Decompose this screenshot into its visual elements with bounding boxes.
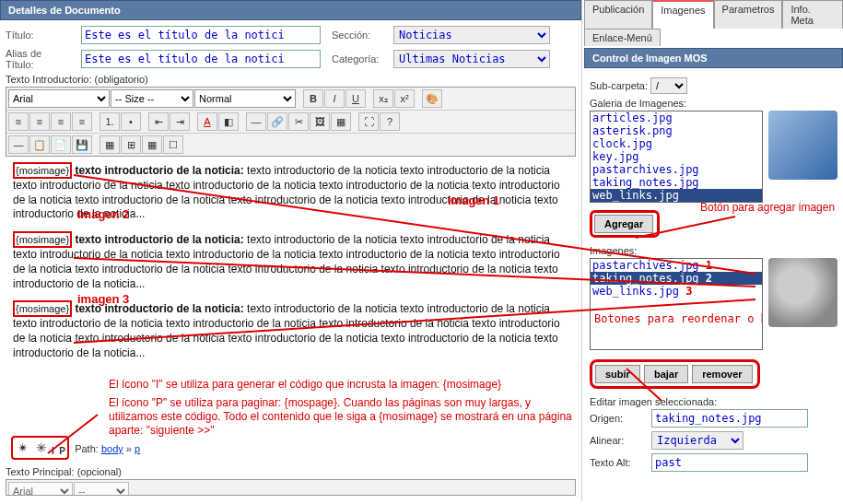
size-select[interactable]: -- Size -- (111, 89, 193, 108)
copy-icon[interactable]: 📋 (29, 135, 50, 154)
link-icon[interactable]: 🔗 (267, 112, 287, 131)
tabs: Publicación Imagenes Parametros Info. Me… (584, 0, 843, 29)
unlink-icon[interactable]: ✂ (288, 112, 309, 131)
titulo-label: Título: (6, 29, 70, 41)
fullscreen-icon[interactable]: ⛶ (358, 112, 379, 131)
editor-toolbar: Arial -- Size -- Normal B I U x₂ x² 🎨 ≡ … (6, 87, 576, 157)
grid-icon[interactable]: ⊞ (121, 135, 141, 154)
ul-icon[interactable]: • (121, 112, 141, 131)
sub-icon[interactable]: x₂ (373, 89, 393, 108)
principal-label: Texto Principal: (opcional) (6, 466, 576, 477)
alinear-select[interactable]: Izquierda (651, 431, 743, 450)
alt-input[interactable] (651, 453, 808, 472)
save-icon[interactable]: 💾 (72, 135, 92, 154)
seccion-select[interactable]: Noticias (393, 26, 550, 44)
mospage-insert-icon[interactable]: ✳ (33, 440, 50, 456)
ann-icon-p: El ícono "P" se utiliza para paginar: {m… (109, 396, 579, 438)
categoria-select[interactable]: Ultimas Noticias (393, 50, 550, 68)
editor-toolbar-2: Arial -- (6, 479, 576, 496)
titulo-input[interactable] (81, 26, 321, 44)
categoria-label: Categoría: (332, 53, 382, 64)
intro-label: Texto Introductorio: (obligatorio) (6, 74, 576, 85)
table3-icon[interactable]: ▦ (142, 135, 162, 154)
intro-title-1: texto introductorio de la noticia: (75, 164, 243, 177)
align-left-icon[interactable]: ≡ (8, 112, 29, 131)
images-list[interactable]: pastarchives.jpg 1 taking_notes.jpg 2 we… (590, 258, 763, 350)
mosimage-tag-3: {mosimage} (13, 300, 72, 317)
down-button[interactable]: bajar (644, 365, 688, 383)
editor-content[interactable]: {mosimage} texto introductorio de la not… (6, 157, 576, 433)
dash-icon[interactable]: — (8, 135, 29, 154)
ann-icon-i: El ícono "I" se utiliza para generar el … (109, 378, 574, 392)
gallery-list[interactable]: articles.jpg asterisk.png clock.jpg key.… (590, 111, 763, 203)
font-select[interactable]: Arial (8, 89, 110, 108)
bgcolor-icon[interactable]: ◧ (218, 112, 239, 131)
table2-icon[interactable]: ▦ (100, 135, 120, 154)
images-preview-icon (768, 258, 837, 327)
tab-publicacion[interactable]: Publicación (584, 0, 652, 29)
ann-add-btn: Botón para agregar imagen (700, 201, 843, 215)
add-button[interactable]: Agregar (594, 215, 653, 233)
about-icon[interactable]: ? (380, 112, 400, 131)
textcolor-icon[interactable]: A (197, 112, 217, 131)
intro-title-2: texto introductorio de la noticia: (75, 233, 243, 246)
sup-icon[interactable]: x² (394, 89, 415, 108)
edit-label: Editar imagen seleccionada: (590, 396, 837, 407)
ol-icon[interactable]: 1. (100, 112, 120, 131)
alt-label: Texto Alt: (590, 457, 640, 468)
gallery-label: Galeria de Imagenes: (590, 98, 837, 109)
mosimage-tag-1: {mosimage} (13, 162, 72, 179)
tab-enlacemenu[interactable]: Enlace-Menú (584, 29, 661, 46)
bold-icon[interactable]: B (303, 89, 323, 108)
gallery-preview-icon (768, 111, 837, 180)
remove-button[interactable]: remover (692, 365, 752, 383)
path-p[interactable]: p (135, 443, 140, 454)
images-label: Imagenes: (590, 245, 837, 256)
mosimage-insert-icon[interactable]: ✴ (15, 440, 31, 456)
align-center-icon[interactable]: ≡ (29, 112, 50, 131)
path-body[interactable]: body (101, 443, 123, 454)
alinear-label: Alinear: (590, 435, 640, 446)
outdent-icon[interactable]: ⇤ (148, 112, 169, 131)
subfolder-select[interactable]: / (650, 77, 687, 94)
ann-imagen3: imagen 3 (77, 292, 129, 308)
tab-parametros[interactable]: Parametros (714, 0, 783, 29)
tab-imagenes[interactable]: Imagenes (652, 0, 713, 29)
seccion-label: Sección: (332, 29, 382, 41)
alias-label: Alias de Título: (6, 48, 70, 70)
italic-icon[interactable]: I (324, 89, 345, 108)
panel-title: Detalles de Documento (0, 0, 581, 20)
ann-reorder: Botones para reordenar o borrar (las imá… (591, 311, 762, 328)
ann-imagen2: imagen 2 (77, 207, 129, 223)
up-button[interactable]: subir (595, 365, 640, 383)
origen-input[interactable] (651, 409, 808, 428)
form-icon[interactable]: ☐ (163, 135, 183, 154)
right-panel-title: Control de Imagen MOS (584, 48, 843, 68)
paste-icon[interactable]: 📄 (51, 135, 71, 154)
palette-icon[interactable]: 🎨 (422, 89, 442, 108)
underline-icon[interactable]: U (345, 89, 366, 108)
align-justify-icon[interactable]: ≡ (72, 112, 92, 131)
hr-icon[interactable]: — (246, 112, 266, 131)
align-right-icon[interactable]: ≡ (51, 112, 71, 131)
alias-input[interactable] (81, 50, 321, 68)
tab-infometa[interactable]: Info. Meta (782, 0, 843, 29)
origen-label: Origen: (590, 413, 640, 424)
ann-imagen1: imagen 1 (448, 193, 499, 209)
table-icon[interactable]: ▦ (331, 112, 351, 131)
format-select[interactable]: Normal (194, 89, 296, 108)
image-icon[interactable]: 🖼 (310, 112, 330, 131)
indent-icon[interactable]: ⇥ (170, 112, 190, 131)
mosimage-tag-2: {mosimage} (13, 231, 72, 248)
sub-label: Sub-carpeta: (590, 80, 648, 91)
